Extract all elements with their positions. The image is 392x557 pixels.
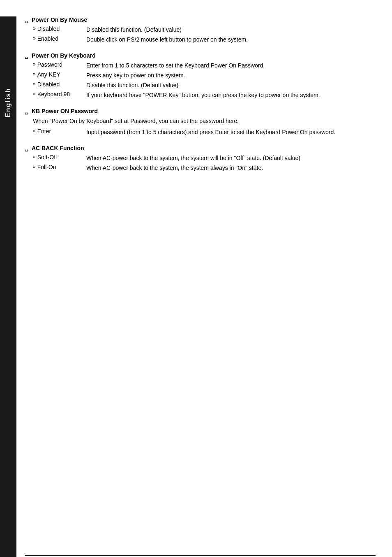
footer: GA-M51GM-S2G Motherboard - 42 - bbox=[25, 555, 376, 557]
item-desc-enabled-mouse: Double click on PS/2 mouse left button t… bbox=[86, 35, 376, 44]
section-title-text-1: Power On By Mouse bbox=[32, 16, 87, 23]
cursor-icon-2: ␣ bbox=[25, 52, 28, 59]
item-key-keyboard98: » Keyboard 98 bbox=[33, 91, 86, 97]
item-key-disabled-mouse: » Disabled bbox=[33, 26, 86, 32]
item-key-password-kbd: » Password bbox=[33, 61, 86, 68]
page-container: English ␣ Power On By Mouse » Disabled D… bbox=[0, 16, 392, 557]
section-title-text-2: Power On By Keyboard bbox=[32, 52, 96, 59]
section-title-text-4: AC BACK Function bbox=[32, 145, 84, 151]
item-row-full-on: » Full-On When AC-power back to the syst… bbox=[25, 164, 376, 172]
item-desc-soft-off: When AC-power back to the system, the sy… bbox=[86, 154, 376, 162]
section-note-kb-password: When "Power On by Keyboard" set at Passw… bbox=[25, 117, 376, 125]
item-desc-password-kbd: Enter from 1 to 5 characters to set the … bbox=[86, 61, 376, 70]
sidebar-label: English bbox=[5, 88, 12, 117]
item-desc-full-on: When AC-power back to the system, the sy… bbox=[86, 164, 376, 172]
arrow-icon-7: » bbox=[33, 128, 36, 134]
cursor-icon-3: ␣ bbox=[25, 108, 28, 114]
arrow-icon-3: » bbox=[33, 61, 36, 67]
item-row-enabled-mouse: » Enabled Double click on PS/2 mouse lef… bbox=[25, 35, 376, 44]
item-key-disabled-kbd: » Disabled bbox=[33, 81, 86, 88]
arrow-icon-8: » bbox=[33, 154, 36, 160]
arrow-icon-9: » bbox=[33, 164, 36, 169]
item-desc-disabled-kbd: Disable this function. (Default value) bbox=[86, 81, 376, 90]
item-row-soft-off: » Soft-Off When AC-power back to the sys… bbox=[25, 154, 376, 162]
item-key-enabled-mouse: » Enabled bbox=[33, 35, 86, 42]
section-power-on-by-keyboard: ␣ Power On By Keyboard » Password Enter … bbox=[25, 52, 376, 100]
item-desc-any-key: Press any key to power on the system. bbox=[86, 71, 376, 80]
section-ac-back-function: ␣ AC BACK Function » Soft-Off When AC-po… bbox=[25, 145, 376, 172]
arrow-icon-6: » bbox=[33, 91, 36, 97]
item-key-enter-kbd: » Enter bbox=[33, 128, 86, 135]
arrow-icon-2: » bbox=[33, 35, 36, 41]
section-title-power-on-by-mouse: ␣ Power On By Mouse bbox=[25, 16, 376, 23]
arrow-icon: » bbox=[33, 26, 36, 31]
section-title-power-on-by-keyboard: ␣ Power On By Keyboard bbox=[25, 52, 376, 59]
item-row-any-key: » Any KEY Press any key to power on the … bbox=[25, 71, 376, 80]
cursor-icon-4: ␣ bbox=[25, 145, 28, 151]
item-desc-disabled-mouse: Disabled this function. (Default value) bbox=[86, 26, 376, 34]
item-desc-enter-kbd: Input password (from 1 to 5 characters) … bbox=[86, 128, 376, 137]
item-key-soft-off: » Soft-Off bbox=[33, 154, 86, 160]
item-row-password-kbd: » Password Enter from 1 to 5 characters … bbox=[25, 61, 376, 70]
item-row-enter-kbd: » Enter Input password (from 1 to 5 char… bbox=[25, 128, 376, 137]
item-row-disabled-kbd: » Disabled Disable this function. (Defau… bbox=[25, 81, 376, 90]
section-title-text-3: KB Power ON Password bbox=[32, 108, 98, 114]
item-desc-keyboard98: If your keyboard have "POWER Key" button… bbox=[86, 91, 376, 100]
item-row-disabled-mouse: » Disabled Disabled this function. (Defa… bbox=[25, 26, 376, 34]
item-key-full-on: » Full-On bbox=[33, 164, 86, 170]
item-key-any-key: » Any KEY bbox=[33, 71, 86, 78]
arrow-icon-5: » bbox=[33, 81, 36, 87]
main-content: ␣ Power On By Mouse » Disabled Disabled … bbox=[25, 16, 376, 214]
cursor-icon-1: ␣ bbox=[25, 16, 28, 23]
section-title-kb-password: ␣ KB Power ON Password bbox=[25, 108, 376, 114]
arrow-icon-4: » bbox=[33, 71, 36, 77]
sidebar: English bbox=[0, 16, 16, 557]
section-power-on-by-mouse: ␣ Power On By Mouse » Disabled Disabled … bbox=[25, 16, 376, 44]
section-title-ac-back: ␣ AC BACK Function bbox=[25, 145, 376, 151]
section-kb-power-on-password: ␣ KB Power ON Password When "Power On by… bbox=[25, 108, 376, 137]
item-row-keyboard98: » Keyboard 98 If your keyboard have "POW… bbox=[25, 91, 376, 100]
